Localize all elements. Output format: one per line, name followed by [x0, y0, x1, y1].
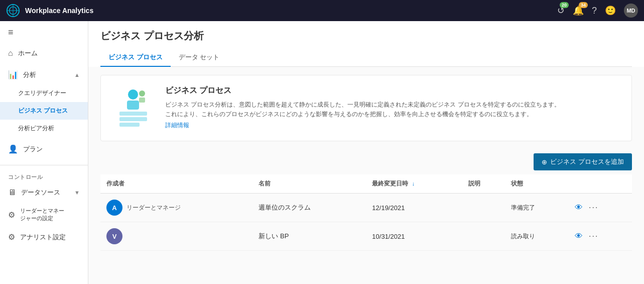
sidebar-item-plan-label: プラン	[23, 145, 43, 154]
svg-rect-8	[119, 123, 140, 127]
hamburger-menu[interactable]: ≡	[0, 21, 88, 44]
process-name-0: 週単位のスクラム	[259, 204, 311, 211]
sidebar-item-query-designer[interactable]: クエリデザイナー	[0, 84, 88, 102]
sidebar-item-analysis-label: 分析	[23, 70, 36, 79]
nav-home-section: ⌂ ホーム	[0, 44, 88, 63]
svg-point-4	[128, 89, 138, 100]
modified-date-1: 10/31/2021	[372, 233, 405, 240]
main-layout: ≡ ⌂ ホーム 📊 分析 ▲ クエリデザイナー ビジネス プロセス 分析ピア分析	[0, 21, 644, 284]
gear-icon: ⚙	[8, 210, 15, 220]
table-area: 作成者 名前 最終変更日時 ↓ 説明 状態 A リーダーとマネ	[88, 174, 644, 284]
col-name: 名前	[252, 174, 366, 194]
more-icon-0[interactable]: ···	[589, 203, 598, 212]
add-business-process-button[interactable]: ⊕ ビジネス プロセスを追加	[534, 153, 632, 170]
smiley-icon: 🙂	[605, 5, 616, 16]
svg-point-9	[139, 90, 145, 97]
more-icon-1[interactable]: ···	[589, 232, 598, 241]
table-row: V 新しい BP 10/31/2021 読み取り 👁 ···	[100, 222, 632, 251]
view-icon-0[interactable]: 👁	[575, 203, 583, 212]
chevron-down-icon: ▼	[74, 190, 80, 196]
process-name-1: 新しい BP	[259, 232, 289, 240]
info-card-description: ビジネス プロセス分析は、意図した範囲を超えて静かに成長した、一見明確に定義され…	[165, 100, 619, 119]
chart-icon: 📊	[8, 70, 18, 79]
chevron-up-icon: ▲	[74, 72, 80, 78]
author-name-0: リーダーとマネージ	[126, 204, 181, 212]
sidebar-item-home[interactable]: ⌂ ホーム	[0, 44, 88, 63]
row-actions-0: 👁 ···	[575, 203, 626, 212]
col-description: 説明	[462, 174, 505, 194]
info-card-title: ビジネス プロセス	[165, 85, 619, 96]
sidebar-item-data-source[interactable]: 🖥 データソース ▼	[0, 183, 88, 202]
tab-data-set[interactable]: データ セット	[171, 49, 228, 67]
info-card-illustration	[113, 85, 153, 131]
alerts-badge: 34	[579, 2, 588, 8]
cell-actions-1: 👁 ···	[569, 222, 632, 251]
col-actions	[569, 174, 632, 194]
page-title: ビジネス プロセス分析	[100, 29, 632, 43]
tab-business-process[interactable]: ビジネス プロセス	[100, 49, 171, 67]
sidebar: ≡ ⌂ ホーム 📊 分析 ▲ クエリデザイナー ビジネス プロセス 分析ピア分析	[0, 21, 88, 284]
sidebar-item-analyst-settings-label: アナリスト設定	[20, 233, 66, 242]
sidebar-item-data-source-label: データソース	[21, 188, 60, 197]
sidebar-item-business-process-label: ビジネス プロセス	[18, 107, 68, 115]
cell-description-1	[462, 222, 505, 251]
help-btn[interactable]: ?	[592, 6, 597, 16]
sidebar-item-analysis[interactable]: 📊 分析 ▲	[0, 65, 88, 84]
tab-bar: ビジネス プロセス データ セット	[100, 49, 632, 67]
svg-rect-7	[119, 117, 147, 121]
col-author: 作成者	[100, 174, 252, 194]
view-icon-1[interactable]: 👁	[575, 232, 583, 241]
business-process-table: 作成者 名前 最終変更日時 ↓ 説明 状態 A リーダーとマネ	[100, 174, 632, 251]
svg-rect-6	[119, 112, 147, 116]
alerts-btn[interactable]: 🔔 34	[573, 5, 584, 16]
user-avatar[interactable]: MD	[624, 4, 638, 18]
sidebar-item-plan[interactable]: 👤 プラン	[0, 139, 88, 159]
sidebar-divider	[0, 165, 88, 165]
author-avatar-0: A	[106, 200, 122, 216]
datasource-icon: 🖥	[8, 188, 16, 197]
sort-icon: ↓	[412, 180, 415, 186]
table-header: 作成者 名前 最終変更日時 ↓ 説明 状態	[100, 174, 632, 194]
nav-plan-section: 👤 プラン	[0, 139, 88, 159]
info-card-link[interactable]: 詳細情報	[165, 121, 619, 130]
cell-modified-1: 10/31/2021	[366, 222, 462, 251]
notifications-badge: 20	[560, 2, 569, 8]
cell-author-1: V	[100, 222, 252, 251]
settings-icon: ⚙	[8, 232, 15, 242]
sidebar-item-peer-analysis[interactable]: 分析ピア分析	[0, 120, 88, 137]
top-nav: Workplace Analytics ↺ 20 🔔 34 ? 🙂 MD	[0, 0, 644, 21]
top-nav-actions: ↺ 20 🔔 34 ? 🙂 MD	[557, 4, 638, 18]
cell-actions-0: 👁 ···	[569, 194, 632, 222]
info-card: ビジネス プロセス ビジネス プロセス分析は、意図した範囲を超えて静かに成長した…	[100, 75, 632, 141]
col-status: 状態	[505, 174, 569, 194]
sidebar-item-analyst-settings[interactable]: ⚙ アナリスト設定	[0, 227, 88, 247]
sidebar-item-query-designer-label: クエリデザイナー	[18, 89, 66, 98]
sidebar-control-label: コントロール	[0, 169, 88, 183]
modified-date-0: 12/19/2021	[372, 204, 405, 212]
cell-description-0	[462, 194, 505, 222]
add-button-row: ⊕ ビジネス プロセスを追加	[88, 149, 644, 174]
plan-icon: 👤	[8, 144, 18, 154]
author-avatar-1: V	[106, 228, 122, 244]
plus-icon: ⊕	[542, 158, 547, 166]
svg-rect-10	[139, 98, 145, 103]
feedback-btn[interactable]: 🙂	[605, 5, 616, 16]
cell-modified-0: 12/19/2021	[366, 194, 462, 222]
col-modified: 最終変更日時 ↓	[366, 174, 462, 194]
home-icon: ⌂	[8, 49, 13, 58]
row-author-0: A リーダーとマネージ	[106, 200, 246, 216]
sidebar-item-leader-settings[interactable]: ⚙ リーダーとマネージャーの設定	[0, 202, 88, 227]
page-header: ビジネス プロセス分析 ビジネス プロセス データ セット	[88, 21, 644, 67]
cell-status-1: 読み取り	[505, 222, 569, 251]
app-logo	[6, 4, 20, 18]
info-card-desc-line2: これにより、これらのプロセスがビジネスにどのような影響を与えるのかを把握し、効率…	[165, 111, 533, 118]
notifications-btn[interactable]: ↺ 20	[557, 5, 565, 16]
sidebar-item-peer-analysis-label: 分析ピア分析	[18, 124, 54, 133]
cell-status-0: 準備完了	[505, 194, 569, 222]
info-card-body: ビジネス プロセス ビジネス プロセス分析は、意図した範囲を超えて静かに成長した…	[165, 85, 619, 130]
content-area: ビジネス プロセス分析 ビジネス プロセス データ セット	[88, 21, 644, 284]
sidebar-item-leader-settings-label: リーダーとマネージャーの設定	[20, 207, 64, 222]
sidebar-item-business-process[interactable]: ビジネス プロセス	[0, 102, 88, 120]
sidebar-item-home-label: ホーム	[18, 49, 38, 58]
table-row: A リーダーとマネージ 週単位のスクラム 12/19/2021 準備完了 👁 ·…	[100, 194, 632, 222]
